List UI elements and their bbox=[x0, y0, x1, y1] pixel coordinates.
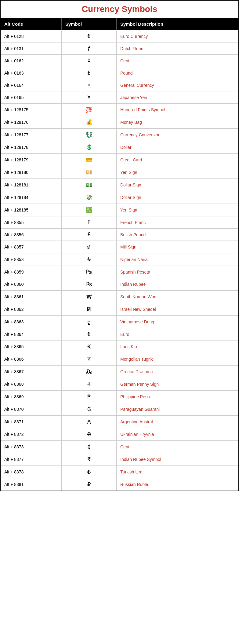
cell-desc: Dollar bbox=[117, 141, 238, 153]
cell-desc: Japanese Yen bbox=[117, 91, 238, 103]
cell-symbol: 💹 bbox=[62, 204, 117, 216]
cell-symbol: ₹ bbox=[62, 453, 117, 466]
cell-altcode: Alt + 8362 bbox=[1, 303, 62, 315]
cell-altcode: Alt + 8381 bbox=[1, 478, 62, 491]
table-row: Alt + 128184💸Dollar Sign bbox=[1, 191, 238, 204]
table-row: Alt + 8357₥Mill Sign bbox=[1, 241, 238, 253]
cell-symbol: ₨ bbox=[62, 278, 117, 290]
table-row: Alt + 8367₯Greece Drachma bbox=[1, 366, 238, 378]
cell-altcode: Alt + 8355 bbox=[1, 216, 62, 228]
cell-symbol: ₫ bbox=[62, 316, 117, 328]
header-altcode: Alt Code bbox=[1, 18, 62, 30]
cell-symbol: ₯ bbox=[62, 366, 117, 378]
cell-symbol: £ bbox=[62, 67, 117, 79]
cell-altcode: Alt + 8365 bbox=[1, 340, 62, 353]
cell-altcode: Alt + 8377 bbox=[1, 453, 62, 466]
cell-symbol: ₣ bbox=[62, 216, 117, 228]
table-row: Alt + 128178💲Dollar bbox=[1, 141, 238, 154]
cell-symbol: ¥ bbox=[62, 91, 117, 103]
table-row: Alt + 128181💵Dollar Sign bbox=[1, 179, 238, 191]
table-row: Alt + 128180💴Yen Sign bbox=[1, 166, 238, 179]
cell-symbol: 💵 bbox=[62, 179, 117, 191]
cell-symbol: 💯 bbox=[62, 104, 117, 116]
table-row: Alt + 0128€Euro Currency bbox=[1, 30, 238, 42]
cell-desc: French Franc bbox=[117, 216, 238, 228]
cell-desc: Hundred Points Symbol bbox=[117, 104, 238, 116]
table-row: Alt + 8365₭Laos Kip bbox=[1, 340, 238, 353]
cell-altcode: Alt + 128184 bbox=[1, 191, 62, 204]
cell-desc: Euro bbox=[117, 328, 238, 340]
table-row: Alt + 8356₤British Pound bbox=[1, 229, 238, 241]
cell-altcode: Alt + 0131 bbox=[1, 42, 62, 54]
cell-symbol: ₰ bbox=[62, 378, 117, 390]
table-body: Alt + 0128€Euro CurrencyAlt + 0131ƒDutch… bbox=[1, 30, 238, 491]
cell-altcode: Alt + 8373 bbox=[1, 441, 62, 453]
cell-altcode: Alt + 8369 bbox=[1, 391, 62, 403]
cell-desc: Dollar Sign bbox=[117, 179, 238, 191]
table-row: Alt + 8360₨Indian Rupee bbox=[1, 278, 238, 291]
table-row: Alt + 128179💳Credit Card bbox=[1, 154, 238, 166]
cell-desc: Mill Sign bbox=[117, 241, 238, 253]
header-desc: Symbol Description bbox=[117, 18, 238, 30]
cell-desc: Vietnamese Dong bbox=[117, 316, 238, 328]
cell-altcode: Alt + 8361 bbox=[1, 291, 62, 303]
cell-symbol: ₳ bbox=[62, 416, 117, 428]
cell-altcode: Alt + 8366 bbox=[1, 353, 62, 365]
cell-desc: Money Bag bbox=[117, 116, 238, 128]
cell-desc: Turkish Lira bbox=[117, 466, 238, 478]
cell-symbol: ₭ bbox=[62, 340, 117, 353]
cell-desc: Indian Rupee Symbol bbox=[117, 453, 238, 466]
cell-symbol: ₤ bbox=[62, 229, 117, 241]
cell-altcode: Alt + 0128 bbox=[1, 30, 62, 42]
cell-desc: Yen Sign bbox=[117, 204, 238, 216]
cell-desc: Euro Currency bbox=[117, 30, 238, 42]
cell-symbol: ₥ bbox=[62, 241, 117, 253]
table-title-row: Currency Symbols bbox=[1, 1, 238, 18]
table-row: Alt + 8361₩South Korean Won bbox=[1, 291, 238, 303]
table-row: Alt + 8363₫Vietnamese Dong bbox=[1, 316, 238, 328]
cell-desc: Ukrainian Hryvnia bbox=[117, 428, 238, 440]
cell-symbol: ₴ bbox=[62, 428, 117, 440]
cell-symbol: ₺ bbox=[62, 466, 117, 478]
table-header: Alt Code Symbol Symbol Description bbox=[1, 18, 238, 30]
cell-altcode: Alt + 8367 bbox=[1, 366, 62, 378]
cell-symbol: ₦ bbox=[62, 253, 117, 266]
cell-desc: Pound bbox=[117, 67, 238, 79]
cell-altcode: Alt + 0162 bbox=[1, 55, 62, 67]
cell-altcode: Alt + 8364 bbox=[1, 328, 62, 340]
cell-symbol: ₪ bbox=[62, 303, 117, 315]
cell-altcode: Alt + 8368 bbox=[1, 378, 62, 390]
table-row: Alt + 8364€Euro bbox=[1, 328, 238, 340]
cell-desc: Argentine Austral bbox=[117, 416, 238, 428]
table-row: Alt + 8368₰German Penny Sign bbox=[1, 378, 238, 391]
table-row: Alt + 128177💱Currency Conversion bbox=[1, 129, 238, 141]
cell-altcode: Alt + 8372 bbox=[1, 428, 62, 440]
cell-desc: Nigerian Naira bbox=[117, 253, 238, 266]
cell-altcode: Alt + 8359 bbox=[1, 266, 62, 278]
page-title: Currency Symbols bbox=[82, 4, 157, 14]
cell-symbol: ₽ bbox=[62, 478, 117, 491]
cell-desc: Cent bbox=[117, 441, 238, 453]
table-row: Alt + 8369₱Philippine Peso bbox=[1, 391, 238, 403]
cell-symbol: € bbox=[62, 30, 117, 42]
table-row: Alt + 8381₽Russian Ruble bbox=[1, 478, 238, 491]
cell-altcode: Alt + 128180 bbox=[1, 166, 62, 178]
table-row: Alt + 128175💯Hundred Points Symbol bbox=[1, 104, 238, 116]
cell-altcode: Alt + 8358 bbox=[1, 253, 62, 266]
table-row: Alt + 0163£Pound bbox=[1, 67, 238, 79]
table-row: Alt + 8358₦Nigerian Naira bbox=[1, 253, 238, 266]
cell-altcode: Alt + 128179 bbox=[1, 154, 62, 166]
cell-desc: British Pound bbox=[117, 229, 238, 241]
cell-symbol: ƒ bbox=[62, 42, 117, 54]
cell-symbol: ₩ bbox=[62, 291, 117, 303]
cell-altcode: Alt + 8357 bbox=[1, 241, 62, 253]
cell-desc: Dollar Sign bbox=[117, 191, 238, 204]
table-row: Alt + 128176💰Money Bag bbox=[1, 116, 238, 129]
cell-altcode: Alt + 8360 bbox=[1, 278, 62, 290]
cell-symbol: ₵ bbox=[62, 441, 117, 453]
cell-altcode: Alt + 128175 bbox=[1, 104, 62, 116]
cell-altcode: Alt + 128178 bbox=[1, 141, 62, 153]
cell-altcode: Alt + 0163 bbox=[1, 67, 62, 79]
cell-desc: Israeli New Sheqel bbox=[117, 303, 238, 315]
table-row: Alt + 8377₹Indian Rupee Symbol bbox=[1, 453, 238, 466]
